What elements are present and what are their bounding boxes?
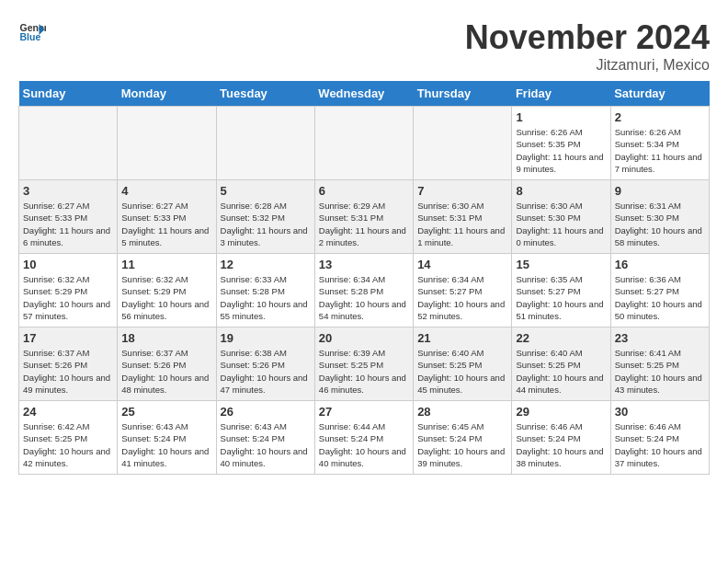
day-number: 14 [417, 258, 507, 271]
calendar-cell: 23Sunrise: 6:41 AM Sunset: 5:25 PM Dayli… [610, 327, 709, 401]
calendar-cell: 12Sunrise: 6:33 AM Sunset: 5:28 PM Dayli… [216, 254, 314, 327]
calendar-cell: 30Sunrise: 6:46 AM Sunset: 5:24 PM Dayli… [610, 401, 709, 475]
title-section: November 2024 Jitzamuri, Mexico [465, 18, 710, 74]
day-info: Sunrise: 6:29 AM Sunset: 5:31 PM Dayligh… [319, 200, 409, 248]
day-info: Sunrise: 6:35 AM Sunset: 5:27 PM Dayligh… [516, 273, 606, 322]
svg-text:Blue: Blue [20, 31, 41, 42]
day-info: Sunrise: 6:38 AM Sunset: 5:26 PM Dayligh… [221, 347, 311, 396]
day-info: Sunrise: 6:34 AM Sunset: 5:27 PM Dayligh… [417, 273, 507, 322]
day-info: Sunrise: 6:30 AM Sunset: 5:31 PM Dayligh… [417, 200, 507, 248]
weekday-header: Friday [512, 81, 610, 107]
day-info: Sunrise: 6:31 AM Sunset: 5:30 PM Dayligh… [615, 200, 705, 248]
calendar-cell: 4Sunrise: 6:27 AM Sunset: 5:33 PM Daylig… [118, 180, 216, 254]
day-info: Sunrise: 6:28 AM Sunset: 5:32 PM Dayligh… [221, 200, 311, 248]
day-number: 13 [319, 258, 409, 271]
day-info: Sunrise: 6:26 AM Sunset: 5:34 PM Dayligh… [615, 126, 705, 175]
weekday-header: Saturday [610, 81, 709, 107]
calendar-table: SundayMondayTuesdayWednesdayThursdayFrid… [18, 81, 710, 475]
calendar-cell: 28Sunrise: 6:45 AM Sunset: 5:24 PM Dayli… [414, 401, 512, 475]
day-info: Sunrise: 6:26 AM Sunset: 5:35 PM Dayligh… [516, 126, 606, 175]
calendar-cell: 2Sunrise: 6:26 AM Sunset: 5:34 PM Daylig… [610, 107, 709, 180]
calendar-week-row: 17Sunrise: 6:37 AM Sunset: 5:26 PM Dayli… [19, 327, 710, 401]
calendar-cell [314, 107, 413, 180]
day-number: 11 [121, 258, 211, 271]
day-number: 1 [516, 110, 606, 124]
day-number: 29 [516, 405, 606, 419]
day-number: 9 [615, 184, 705, 198]
day-info: Sunrise: 6:43 AM Sunset: 5:24 PM Dayligh… [121, 420, 211, 469]
calendar-week-row: 1Sunrise: 6:26 AM Sunset: 5:35 PM Daylig… [19, 107, 710, 180]
logo: General Blue [18, 18, 46, 46]
day-info: Sunrise: 6:27 AM Sunset: 5:33 PM Dayligh… [23, 200, 113, 248]
calendar-cell: 10Sunrise: 6:32 AM Sunset: 5:29 PM Dayli… [19, 254, 118, 327]
calendar-week-row: 3Sunrise: 6:27 AM Sunset: 5:33 PM Daylig… [19, 180, 710, 254]
calendar-week-row: 24Sunrise: 6:42 AM Sunset: 5:25 PM Dayli… [19, 401, 710, 475]
weekday-header: Sunday [19, 81, 118, 107]
calendar-cell: 27Sunrise: 6:44 AM Sunset: 5:24 PM Dayli… [314, 401, 413, 475]
day-number: 27 [319, 405, 409, 419]
day-number: 24 [23, 405, 113, 419]
day-number: 8 [516, 184, 606, 198]
calendar-cell: 13Sunrise: 6:34 AM Sunset: 5:28 PM Dayli… [314, 254, 413, 327]
calendar-cell: 16Sunrise: 6:36 AM Sunset: 5:27 PM Dayli… [610, 254, 709, 327]
calendar-cell: 14Sunrise: 6:34 AM Sunset: 5:27 PM Dayli… [414, 254, 512, 327]
weekday-header-row: SundayMondayTuesdayWednesdayThursdayFrid… [19, 81, 710, 107]
day-info: Sunrise: 6:32 AM Sunset: 5:29 PM Dayligh… [121, 273, 211, 322]
day-number: 6 [319, 184, 409, 198]
calendar-cell: 3Sunrise: 6:27 AM Sunset: 5:33 PM Daylig… [19, 180, 118, 254]
month-title: November 2024 [465, 18, 710, 57]
day-number: 26 [221, 405, 311, 419]
calendar-cell: 25Sunrise: 6:43 AM Sunset: 5:24 PM Dayli… [118, 401, 216, 475]
location-title: Jitzamuri, Mexico [465, 57, 710, 74]
calendar-cell: 11Sunrise: 6:32 AM Sunset: 5:29 PM Dayli… [118, 254, 216, 327]
calendar-cell [414, 107, 512, 180]
day-number: 25 [121, 405, 211, 419]
calendar-week-row: 10Sunrise: 6:32 AM Sunset: 5:29 PM Dayli… [19, 254, 710, 327]
day-info: Sunrise: 6:37 AM Sunset: 5:26 PM Dayligh… [23, 347, 113, 396]
day-number: 18 [121, 331, 211, 345]
day-info: Sunrise: 6:40 AM Sunset: 5:25 PM Dayligh… [417, 347, 507, 396]
day-number: 12 [221, 258, 311, 271]
weekday-header: Thursday [414, 81, 512, 107]
day-number: 23 [615, 331, 705, 345]
day-number: 21 [417, 331, 507, 345]
day-info: Sunrise: 6:30 AM Sunset: 5:30 PM Dayligh… [516, 200, 606, 248]
day-info: Sunrise: 6:34 AM Sunset: 5:28 PM Dayligh… [319, 273, 409, 322]
day-info: Sunrise: 6:37 AM Sunset: 5:26 PM Dayligh… [121, 347, 211, 396]
calendar-cell: 15Sunrise: 6:35 AM Sunset: 5:27 PM Dayli… [512, 254, 610, 327]
calendar-cell: 29Sunrise: 6:46 AM Sunset: 5:24 PM Dayli… [512, 401, 610, 475]
calendar-cell: 9Sunrise: 6:31 AM Sunset: 5:30 PM Daylig… [610, 180, 709, 254]
weekday-header: Monday [118, 81, 216, 107]
day-info: Sunrise: 6:43 AM Sunset: 5:24 PM Dayligh… [221, 420, 311, 469]
calendar-cell: 20Sunrise: 6:39 AM Sunset: 5:25 PM Dayli… [314, 327, 413, 401]
calendar-cell [19, 107, 118, 180]
day-number: 10 [23, 258, 113, 271]
day-number: 5 [221, 184, 311, 198]
calendar-cell: 24Sunrise: 6:42 AM Sunset: 5:25 PM Dayli… [19, 401, 118, 475]
day-info: Sunrise: 6:33 AM Sunset: 5:28 PM Dayligh… [221, 273, 311, 322]
calendar-cell: 17Sunrise: 6:37 AM Sunset: 5:26 PM Dayli… [19, 327, 118, 401]
calendar-cell: 19Sunrise: 6:38 AM Sunset: 5:26 PM Dayli… [216, 327, 314, 401]
day-info: Sunrise: 6:40 AM Sunset: 5:25 PM Dayligh… [516, 347, 606, 396]
day-number: 28 [417, 405, 507, 419]
day-number: 16 [615, 258, 705, 271]
calendar-cell: 8Sunrise: 6:30 AM Sunset: 5:30 PM Daylig… [512, 180, 610, 254]
day-info: Sunrise: 6:46 AM Sunset: 5:24 PM Dayligh… [516, 420, 606, 469]
calendar-cell: 6Sunrise: 6:29 AM Sunset: 5:31 PM Daylig… [314, 180, 413, 254]
day-info: Sunrise: 6:39 AM Sunset: 5:25 PM Dayligh… [319, 347, 409, 396]
day-info: Sunrise: 6:44 AM Sunset: 5:24 PM Dayligh… [319, 420, 409, 469]
day-info: Sunrise: 6:42 AM Sunset: 5:25 PM Dayligh… [23, 420, 113, 469]
calendar-cell: 26Sunrise: 6:43 AM Sunset: 5:24 PM Dayli… [216, 401, 314, 475]
calendar-cell: 22Sunrise: 6:40 AM Sunset: 5:25 PM Dayli… [512, 327, 610, 401]
day-number: 17 [23, 331, 113, 345]
day-info: Sunrise: 6:41 AM Sunset: 5:25 PM Dayligh… [615, 347, 705, 396]
calendar-cell: 21Sunrise: 6:40 AM Sunset: 5:25 PM Dayli… [414, 327, 512, 401]
calendar-cell [118, 107, 216, 180]
calendar-cell: 5Sunrise: 6:28 AM Sunset: 5:32 PM Daylig… [216, 180, 314, 254]
calendar-cell: 7Sunrise: 6:30 AM Sunset: 5:31 PM Daylig… [414, 180, 512, 254]
day-number: 30 [615, 405, 705, 419]
header: General Blue November 2024 Jitzamuri, Me… [18, 18, 710, 74]
day-info: Sunrise: 6:45 AM Sunset: 5:24 PM Dayligh… [417, 420, 507, 469]
weekday-header: Tuesday [216, 81, 314, 107]
calendar-cell: 1Sunrise: 6:26 AM Sunset: 5:35 PM Daylig… [512, 107, 610, 180]
